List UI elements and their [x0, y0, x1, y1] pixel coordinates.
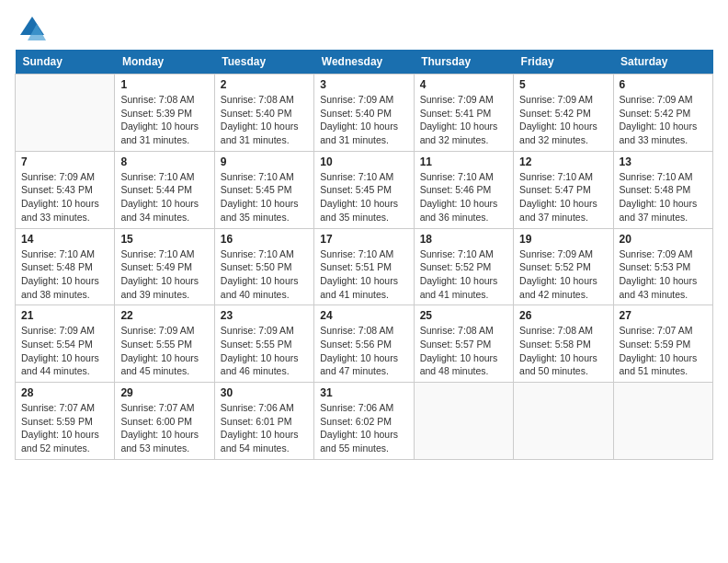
week-row-3: 21Sunrise: 7:09 AMSunset: 5:54 PMDayligh…	[16, 305, 713, 383]
calendar-cell: 31Sunrise: 7:06 AMSunset: 6:02 PMDayligh…	[314, 383, 414, 460]
day-number: 26	[519, 309, 607, 322]
day-info: Sunrise: 7:07 AMSunset: 5:59 PMDaylight:…	[620, 324, 707, 378]
week-row-1: 7Sunrise: 7:09 AMSunset: 5:43 PMDaylight…	[16, 151, 713, 228]
calendar-cell: 20Sunrise: 7:09 AMSunset: 5:53 PMDayligh…	[613, 228, 712, 305]
day-number: 27	[620, 309, 707, 322]
weekday-header-row: SundayMondayTuesdayWednesdayThursdayFrid…	[16, 50, 713, 75]
logo-icon	[18, 15, 46, 42]
weekday-header-saturday: Saturday	[613, 50, 712, 75]
calendar-cell: 29Sunrise: 7:07 AMSunset: 6:00 PMDayligh…	[115, 383, 214, 460]
calendar-cell: 11Sunrise: 7:10 AMSunset: 5:46 PMDayligh…	[414, 151, 513, 228]
day-number: 11	[420, 155, 507, 168]
day-info: Sunrise: 7:10 AMSunset: 5:49 PMDaylight:…	[120, 247, 208, 302]
day-number: 18	[420, 233, 507, 246]
day-info: Sunrise: 7:08 AMSunset: 5:57 PMDaylight:…	[420, 324, 507, 378]
calendar-cell: 2Sunrise: 7:08 AMSunset: 5:40 PMDaylight…	[214, 75, 313, 152]
calendar-cell: 5Sunrise: 7:09 AMSunset: 5:42 PMDaylight…	[514, 75, 613, 152]
calendar-cell: 12Sunrise: 7:10 AMSunset: 5:47 PMDayligh…	[514, 151, 613, 228]
calendar-cell	[16, 75, 115, 152]
day-info: Sunrise: 7:09 AMSunset: 5:41 PMDaylight:…	[420, 93, 507, 147]
weekday-header-thursday: Thursday	[414, 50, 513, 75]
day-info: Sunrise: 7:09 AMSunset: 5:43 PMDaylight:…	[21, 170, 108, 224]
day-info: Sunrise: 7:10 AMSunset: 5:44 PMDaylight:…	[120, 170, 208, 224]
day-number: 9	[221, 155, 308, 168]
day-number: 5	[519, 78, 607, 91]
calendar-cell: 4Sunrise: 7:09 AMSunset: 5:41 PMDaylight…	[414, 75, 513, 152]
day-number: 12	[519, 155, 607, 168]
day-number: 22	[120, 309, 208, 322]
calendar-cell: 7Sunrise: 7:09 AMSunset: 5:43 PMDaylight…	[16, 151, 115, 228]
calendar-cell: 24Sunrise: 7:08 AMSunset: 5:56 PMDayligh…	[314, 305, 414, 383]
day-number: 7	[21, 155, 108, 168]
day-info: Sunrise: 7:09 AMSunset: 5:54 PMDaylight:…	[21, 324, 108, 378]
day-info: Sunrise: 7:10 AMSunset: 5:51 PMDaylight:…	[320, 247, 407, 302]
day-number: 14	[21, 233, 108, 246]
calendar-cell: 30Sunrise: 7:06 AMSunset: 6:01 PMDayligh…	[214, 383, 313, 460]
calendar-cell: 3Sunrise: 7:09 AMSunset: 5:40 PMDaylight…	[314, 75, 414, 152]
week-row-0: 1Sunrise: 7:08 AMSunset: 5:39 PMDaylight…	[16, 75, 713, 152]
day-info: Sunrise: 7:08 AMSunset: 5:40 PMDaylight:…	[221, 93, 308, 147]
day-info: Sunrise: 7:10 AMSunset: 5:47 PMDaylight:…	[519, 170, 607, 224]
day-number: 30	[221, 386, 308, 399]
calendar-cell	[414, 383, 513, 460]
page-header	[15, 15, 713, 42]
day-number: 20	[620, 233, 707, 246]
day-number: 28	[21, 386, 108, 399]
calendar-cell: 9Sunrise: 7:10 AMSunset: 5:45 PMDaylight…	[214, 151, 313, 228]
calendar-cell	[613, 383, 712, 460]
day-number: 6	[620, 78, 707, 91]
day-number: 3	[320, 78, 407, 91]
calendar-table: SundayMondayTuesdayWednesdayThursdayFrid…	[15, 50, 713, 460]
day-info: Sunrise: 7:10 AMSunset: 5:45 PMDaylight:…	[320, 170, 407, 224]
day-number: 19	[519, 233, 607, 246]
day-info: Sunrise: 7:09 AMSunset: 5:53 PMDaylight:…	[620, 247, 707, 302]
calendar-cell: 22Sunrise: 7:09 AMSunset: 5:55 PMDayligh…	[115, 305, 214, 383]
day-info: Sunrise: 7:09 AMSunset: 5:52 PMDaylight:…	[519, 247, 607, 302]
day-number: 17	[320, 233, 407, 246]
day-number: 29	[120, 386, 208, 399]
calendar-cell: 14Sunrise: 7:10 AMSunset: 5:48 PMDayligh…	[16, 228, 115, 305]
calendar-cell: 6Sunrise: 7:09 AMSunset: 5:42 PMDaylight…	[613, 75, 712, 152]
weekday-header-friday: Friday	[514, 50, 613, 75]
weekday-header-sunday: Sunday	[16, 50, 115, 75]
weekday-header-wednesday: Wednesday	[314, 50, 414, 75]
calendar-cell: 8Sunrise: 7:10 AMSunset: 5:44 PMDaylight…	[115, 151, 214, 228]
weekday-header-tuesday: Tuesday	[214, 50, 313, 75]
calendar-cell: 27Sunrise: 7:07 AMSunset: 5:59 PMDayligh…	[613, 305, 712, 383]
calendar-cell: 26Sunrise: 7:08 AMSunset: 5:58 PMDayligh…	[514, 305, 613, 383]
day-info: Sunrise: 7:07 AMSunset: 5:59 PMDaylight:…	[21, 401, 108, 455]
calendar-cell: 21Sunrise: 7:09 AMSunset: 5:54 PMDayligh…	[16, 305, 115, 383]
day-number: 24	[320, 309, 407, 322]
week-row-2: 14Sunrise: 7:10 AMSunset: 5:48 PMDayligh…	[16, 228, 713, 305]
day-number: 23	[221, 309, 308, 322]
day-info: Sunrise: 7:10 AMSunset: 5:48 PMDaylight:…	[620, 170, 707, 224]
day-info: Sunrise: 7:08 AMSunset: 5:39 PMDaylight:…	[120, 93, 208, 147]
week-row-4: 28Sunrise: 7:07 AMSunset: 5:59 PMDayligh…	[16, 383, 713, 460]
day-info: Sunrise: 7:09 AMSunset: 5:55 PMDaylight:…	[120, 324, 208, 378]
day-info: Sunrise: 7:07 AMSunset: 6:00 PMDaylight:…	[120, 401, 208, 455]
day-number: 25	[420, 309, 507, 322]
calendar-cell: 23Sunrise: 7:09 AMSunset: 5:55 PMDayligh…	[214, 305, 313, 383]
day-number: 21	[21, 309, 108, 322]
day-info: Sunrise: 7:09 AMSunset: 5:42 PMDaylight:…	[519, 93, 607, 147]
day-info: Sunrise: 7:06 AMSunset: 6:02 PMDaylight:…	[320, 401, 407, 455]
weekday-header-monday: Monday	[115, 50, 214, 75]
day-info: Sunrise: 7:08 AMSunset: 5:56 PMDaylight:…	[320, 324, 407, 378]
day-number: 13	[620, 155, 707, 168]
calendar-cell: 10Sunrise: 7:10 AMSunset: 5:45 PMDayligh…	[314, 151, 414, 228]
calendar-cell: 25Sunrise: 7:08 AMSunset: 5:57 PMDayligh…	[414, 305, 513, 383]
day-number: 8	[120, 155, 208, 168]
day-info: Sunrise: 7:10 AMSunset: 5:45 PMDaylight:…	[221, 170, 308, 224]
calendar-cell: 15Sunrise: 7:10 AMSunset: 5:49 PMDayligh…	[115, 228, 214, 305]
calendar-cell: 1Sunrise: 7:08 AMSunset: 5:39 PMDaylight…	[115, 75, 214, 152]
day-info: Sunrise: 7:10 AMSunset: 5:46 PMDaylight:…	[420, 170, 507, 224]
day-number: 15	[120, 233, 208, 246]
day-info: Sunrise: 7:10 AMSunset: 5:48 PMDaylight:…	[21, 247, 108, 302]
day-info: Sunrise: 7:08 AMSunset: 5:58 PMDaylight:…	[519, 324, 607, 378]
calendar-cell: 18Sunrise: 7:10 AMSunset: 5:52 PMDayligh…	[414, 228, 513, 305]
logo	[15, 15, 46, 42]
calendar-cell: 17Sunrise: 7:10 AMSunset: 5:51 PMDayligh…	[314, 228, 414, 305]
day-number: 10	[320, 155, 407, 168]
day-info: Sunrise: 7:09 AMSunset: 5:40 PMDaylight:…	[320, 93, 407, 147]
calendar-cell: 19Sunrise: 7:09 AMSunset: 5:52 PMDayligh…	[514, 228, 613, 305]
